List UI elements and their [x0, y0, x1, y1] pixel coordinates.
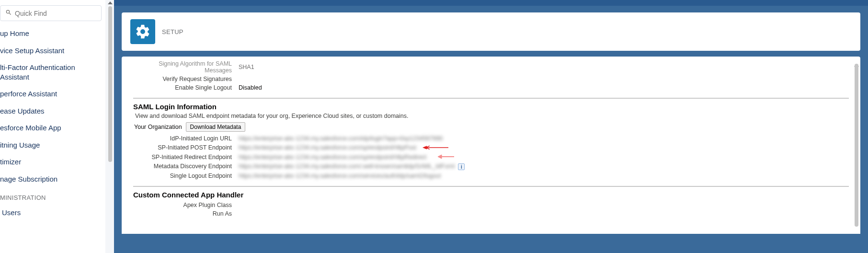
- red-arrow-annotation-icon: [422, 145, 448, 151]
- sp-post-endpoint-label: SP-Initiated POST Endpoint: [133, 144, 239, 151]
- nav-manage-subscription[interactable]: nage Subscription: [0, 171, 105, 188]
- content-card: Signing Algorithm for SAML Messages SHA1…: [122, 57, 860, 234]
- quick-find-input[interactable]: [15, 10, 99, 17]
- signing-algorithm-label: Signing Algorithm for SAML Messages: [133, 60, 239, 74]
- search-icon: [5, 9, 12, 17]
- quick-find-wrap[interactable]: [0, 5, 102, 21]
- handler-section-title: Custom Connected App Handler: [133, 191, 849, 199]
- setup-label: SETUP: [162, 28, 183, 35]
- download-metadata-button[interactable]: Download Metadata: [186, 122, 246, 132]
- pink-arrow-annotation-icon: [432, 154, 459, 161]
- sp-post-endpoint-value: https://enterprise-abc-1234.my.salesforc…: [239, 144, 416, 151]
- nav-hyperforce-assistant[interactable]: perforce Assistant: [0, 85, 105, 103]
- scroll-up-arrow-icon[interactable]: [854, 57, 859, 64]
- scroll-thumb[interactable]: [108, 6, 112, 162]
- sp-redirect-endpoint-label: SP-Initiated Redirect Endpoint: [133, 154, 239, 161]
- nav-users[interactable]: Users: [0, 204, 105, 221]
- enable-single-logout-label: Enable Single Logout: [133, 84, 239, 91]
- nav-service-setup-assistant[interactable]: vice Setup Assistant: [0, 42, 105, 59]
- scroll-thumb[interactable]: [855, 64, 858, 227]
- nav-release-updates[interactable]: ease Updates: [0, 103, 105, 120]
- nav-optimizer[interactable]: timizer: [0, 153, 105, 171]
- single-logout-endpoint-value: https://enterprise-abc-1234.my.salesforc…: [239, 172, 441, 179]
- signing-algorithm-value: SHA1: [239, 64, 254, 70]
- content-scrollbar[interactable]: [854, 57, 859, 234]
- main-area: SETUP Signing Algorithm for SAML Message…: [114, 0, 868, 253]
- nav-lightning-usage[interactable]: itning Usage: [0, 137, 105, 154]
- nav-mfa-assistant[interactable]: lti-Factor Authentication Assistant: [0, 59, 105, 85]
- metadata-discovery-value: https://enterprise-abc-1234.my.salesforc…: [239, 162, 455, 170]
- nav-setup-home[interactable]: up Home: [0, 25, 105, 42]
- your-organization-label: Your Organization: [134, 124, 182, 130]
- divider: [133, 186, 849, 187]
- verify-signatures-label: Verify Request Signatures: [133, 76, 239, 82]
- idp-login-url-label: IdP-Initiated Login URL: [133, 135, 239, 142]
- run-as-label: Run As: [133, 210, 239, 217]
- saml-section-desc: View and download SAML endpoint metadata…: [133, 113, 849, 119]
- idp-login-url-value: https://enterprise-abc-1234.my.salesforc…: [239, 135, 443, 142]
- single-logout-endpoint-label: Single Logout Endpoint: [133, 172, 239, 179]
- divider: [133, 98, 849, 99]
- saml-section-title: SAML Login Information: [133, 103, 849, 111]
- metadata-discovery-label: Metadata Discovery Endpoint: [133, 163, 239, 170]
- nav-section-administration: MINISTRATION: [0, 187, 105, 204]
- scroll-up-arrow-icon[interactable]: [108, 0, 113, 6]
- sp-redirect-endpoint-value: https://enterprise-abc-1234.my.salesforc…: [239, 153, 426, 161]
- sidebar: up Home vice Setup Assistant lti-Factor …: [0, 0, 105, 253]
- sidebar-scrollbar[interactable]: [108, 0, 113, 253]
- nav-salesforce-mobile-app[interactable]: esforce Mobile App: [0, 119, 105, 137]
- setup-header-card: SETUP: [122, 12, 860, 51]
- top-blue-bar: [114, 0, 868, 6]
- enable-single-logout-value: Disabled: [239, 84, 262, 91]
- apex-plugin-class-label: Apex Plugin Class: [133, 202, 239, 208]
- info-icon[interactable]: i: [458, 163, 465, 170]
- gear-icon: [130, 19, 155, 44]
